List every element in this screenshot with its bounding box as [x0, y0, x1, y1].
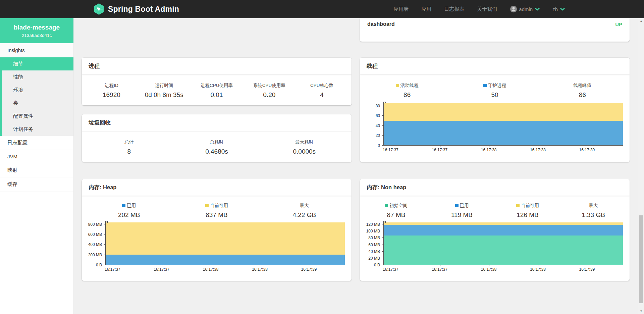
instance-banner[interactable]: blade-message 213a6ad3d41c [0, 18, 73, 43]
legend-marker-icon [205, 204, 209, 207]
instance-id: 213a6ad3d41c [3, 33, 71, 38]
y-axis-label: 40 MB [368, 249, 380, 254]
process-stat-4: CPU核心数4 [296, 83, 348, 99]
memory-nonheap-card: 内存: Non heap 初始空间87 MB已用119 MB当前可用126 MB… [360, 179, 630, 281]
stat-value: 87 MB [363, 211, 429, 219]
scrollbar-down-arrow[interactable]: ▼ [638, 308, 644, 314]
x-axis-label: 16:17:37 [383, 148, 398, 152]
x-axis-label: 16:17:37 [383, 267, 398, 272]
brand[interactable]: Spring Boot Admin [93, 3, 179, 15]
stat-label: 总计 [124, 139, 133, 145]
heap-card-title: 内存: Heap [82, 179, 352, 196]
sidebar-root-item-1[interactable]: JVM [0, 150, 73, 163]
nav-link-2[interactable]: 日志报表 [444, 6, 464, 12]
threads-card-title: 线程 [360, 58, 630, 74]
x-axis-label: 16:17:38 [252, 267, 268, 272]
stat-label: CPU核心数 [310, 83, 333, 89]
application-window: Spring Boot Admin 应用墙应用日志报表关于我们 admin zh [0, 0, 644, 314]
x-axis-label: 16:17:37 [105, 267, 120, 272]
stat-value: 126 MB [495, 211, 560, 219]
language-selector[interactable]: zh [552, 6, 565, 12]
app-title: Spring Boot Admin [108, 5, 179, 14]
nav-link-0[interactable]: 应用墙 [393, 6, 409, 12]
process-stat-0: 进程ID16920 [85, 83, 138, 99]
vertical-scrollbar[interactable]: ▲ ▼ [638, 18, 644, 314]
sidebar-item-4[interactable]: 配置属性 [2, 110, 73, 123]
stat-value: 0.01 [191, 91, 243, 99]
nav-link-1[interactable]: 应用 [421, 6, 431, 12]
y-axis-label: 80 [376, 104, 380, 108]
heap-stat-1: 当前可用837 MB [173, 203, 260, 219]
y-axis-label: 120 MB [366, 222, 380, 227]
y-axis-end-tick [383, 102, 386, 103]
language-value: zh [552, 6, 558, 12]
stat-value: 837 MB [173, 211, 260, 219]
stat-value: 0.4680s [173, 148, 260, 155]
threads-stats: 活动线程86守护进程50线程峰值86 [360, 74, 630, 99]
x-axis-label: 16:17:38 [481, 267, 497, 272]
x-axis-label: 16:17:38 [530, 267, 546, 272]
stat-value: 4.22 GB [261, 211, 348, 219]
user-name: admin [519, 6, 533, 12]
heap-chart: 800 MB600 MB400 MB200 MB0 B16:17:3716:17… [82, 219, 352, 272]
y-axis-end-tick [383, 221, 386, 223]
user-menu[interactable]: admin [510, 5, 540, 13]
sidebar-item-1[interactable]: 性能 [2, 70, 73, 84]
navbar-links: 应用墙应用日志报表关于我们 [393, 6, 497, 12]
sidebar-insights-items: 细节性能环境类配置属性计划任务 [0, 57, 73, 136]
legend-marker-icon [516, 204, 520, 207]
nonheap-stat-1: 已用119 MB [429, 203, 495, 219]
stat-label: 守护进程 [488, 83, 506, 89]
sidebar-root-item-2[interactable]: 映射 [0, 163, 73, 177]
x-axis-label: 16:17:37 [154, 267, 169, 272]
nonheap-stat-3: 最大1.33 GB [560, 203, 626, 219]
nav-link-3[interactable]: 关于我们 [477, 6, 497, 12]
threads-stat-2: 线程峰值86 [539, 83, 626, 99]
sidebar-item-5[interactable]: 计划任务 [2, 123, 73, 136]
process-card-title: 进程 [82, 58, 352, 74]
x-axis-label: 16:17:38 [481, 148, 497, 152]
nonheap-card-title: 内存: Non heap [360, 179, 630, 196]
application-name: blade-message [3, 24, 71, 31]
sidebar-item-0[interactable]: 细节 [2, 57, 73, 70]
stat-value: 16920 [85, 91, 138, 99]
legend-marker-icon [396, 84, 399, 87]
threads-chart: 80604020016:17:3716:17:3716:17:3816:17:3… [360, 99, 630, 153]
sidebar-root-items: 日志配置JVM映射缓存 [0, 136, 73, 192]
y-axis-label: 60 [376, 113, 380, 118]
sidebar-root-item-3[interactable]: 缓存 [0, 177, 73, 192]
sidebar-root-item-0[interactable]: 日志配置 [0, 136, 73, 150]
y-axis-label: 0 [378, 143, 380, 148]
stat-label: 最大 [300, 203, 309, 209]
y-axis-label: 600 MB [88, 232, 102, 237]
gc-stats: 总计8总耗时0.4680s最大耗时0.0000s [82, 131, 352, 155]
scrollbar-thumb[interactable] [639, 215, 643, 303]
stat-label: 运行时间 [155, 83, 173, 89]
series-area-初始空间 [384, 235, 623, 265]
x-axis-label: 16:17:39 [579, 267, 595, 272]
stat-value: 0d 0h 8m 35s [138, 91, 191, 99]
stat-value: 1.33 GB [560, 211, 626, 219]
heap-stat-0: 已用202 MB [85, 203, 173, 219]
threads-card: 线程 活动线程86守护进程50线程峰值86 80604020016:17:371… [360, 58, 630, 162]
x-axis-label: 16:17:37 [432, 267, 447, 272]
chevron-down-icon [535, 8, 540, 11]
y-axis-label: 20 [376, 133, 380, 138]
series-area-守护进程 [384, 121, 623, 145]
nonheap-chart: 120 MB100 MB80 MB60 MB40 MB20 MB0 B16:17… [360, 219, 630, 272]
sidebar-item-2[interactable]: 环境 [2, 84, 73, 97]
scrollbar-up-arrow[interactable]: ▲ [638, 18, 644, 24]
sidebar-item-3[interactable]: 类 [2, 97, 73, 110]
stat-value: 0.0000s [261, 148, 348, 155]
process-stat-1: 运行时间0d 0h 8m 35s [138, 83, 191, 99]
stat-value: 8 [85, 148, 173, 155]
y-axis-end-tick [105, 221, 108, 223]
stat-value: 4 [296, 91, 348, 99]
y-axis-label: 400 MB [88, 242, 102, 247]
sidebar-section-insights[interactable]: Insights [0, 43, 73, 57]
y-axis-label: 60 MB [368, 243, 380, 247]
stat-label: 当前可用 [210, 203, 228, 209]
user-avatar-icon [510, 5, 517, 13]
threads-stat-1: 守护进程50 [451, 83, 538, 99]
legend-marker-icon [455, 204, 459, 207]
